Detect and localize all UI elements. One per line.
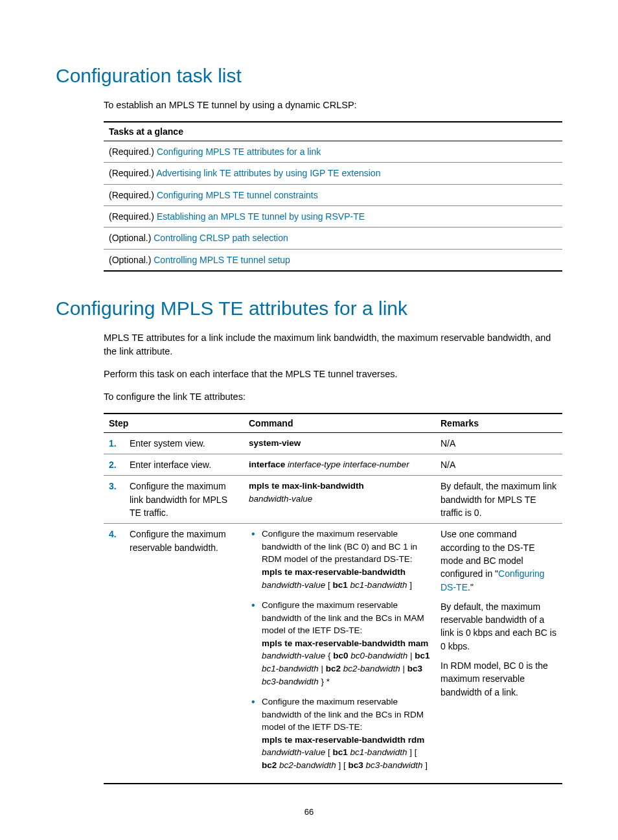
task-link[interactable]: Configuring MPLS TE attributes for a lin…	[157, 146, 321, 157]
table-row: (Required.) Advertising link TE attribut…	[104, 163, 562, 184]
task-link[interactable]: Configuring MPLS TE tunnel constraints	[157, 190, 318, 200]
heading-config-mpls-te: Configuring MPLS TE attributes for a lin…	[56, 298, 562, 320]
task-link[interactable]: Controlling CRLSP path selection	[154, 233, 288, 243]
step-num: 3.	[104, 476, 124, 524]
tasks-header: Tasks at a glance	[104, 122, 562, 141]
paragraph-2: MPLS TE attributes for a link include th…	[104, 331, 562, 358]
task-prefix: (Required.)	[109, 211, 157, 222]
table-row: 2. Enter interface view. interface inter…	[104, 454, 562, 476]
table-row: (Optional.) Controlling MPLS TE tunnel s…	[104, 249, 562, 271]
task-link[interactable]: Establishing an MPLS TE tunnel by using …	[157, 211, 365, 222]
step-desc: Enter interface view.	[124, 454, 244, 476]
step-table: Step Command Remarks 1. Enter system vie…	[104, 413, 562, 785]
step-cmd: Configure the maximum reservable bandwid…	[244, 524, 435, 784]
step-remarks: N/A	[435, 454, 562, 476]
step-desc: Enter system view.	[124, 432, 244, 454]
intro-paragraph-1: To establish an MPLS TE tunnel by using …	[104, 99, 562, 112]
cmd-bullet-2: Configure the maximum reservable bandwid…	[249, 599, 430, 688]
step-header-step: Step	[104, 414, 244, 433]
task-prefix: (Optional.)	[109, 233, 154, 243]
task-prefix: (Required.)	[109, 146, 157, 157]
step-cmd: mpls te max-link-bandwidthbandwidth-valu…	[244, 476, 435, 524]
step-desc: Configure the maximum link bandwidth for…	[124, 476, 244, 524]
step-desc: Configure the maximum reservable bandwid…	[124, 524, 244, 784]
task-link[interactable]: Controlling MPLS TE tunnel setup	[154, 255, 290, 265]
tasks-table: Tasks at a glance (Required.) Configurin…	[104, 121, 562, 272]
table-row: 3. Configure the maximum link bandwidth …	[104, 476, 562, 524]
step-header-remarks: Remarks	[435, 414, 562, 433]
step-remarks: By default, the maximum link bandwidth f…	[435, 476, 562, 524]
table-row: (Optional.) Controlling CRLSP path selec…	[104, 228, 562, 249]
table-row: 4. Configure the maximum reservable band…	[104, 524, 562, 784]
task-prefix: (Required.)	[109, 168, 156, 178]
table-row: (Required.) Establishing an MPLS TE tunn…	[104, 205, 562, 227]
step-remarks: N/A	[435, 432, 562, 454]
task-prefix: (Required.)	[109, 190, 157, 200]
paragraph-3: Perform this task on each interface that…	[104, 368, 562, 381]
step-remarks: Use one command according to the DS-TE m…	[435, 524, 562, 784]
step-header-command: Command	[244, 414, 435, 433]
table-row: 1. Enter system view. system-view N/A	[104, 432, 562, 454]
step-cmd: system-view	[244, 432, 435, 454]
task-prefix: (Optional.)	[109, 255, 154, 265]
paragraph-4: To configure the link TE attributes:	[104, 390, 562, 404]
step-num: 4.	[104, 524, 124, 784]
task-link[interactable]: Advertising link TE attributes by using …	[156, 168, 380, 178]
cmd-bullet-1: Configure the maximum reservable bandwid…	[249, 528, 430, 591]
page: Configuration task list To establish an …	[0, 0, 618, 840]
table-row: (Required.) Configuring MPLS TE tunnel c…	[104, 184, 562, 205]
page-number: 66	[0, 807, 618, 817]
table-row: (Required.) Configuring MPLS TE attribut…	[104, 141, 562, 163]
heading-config-task-list: Configuration task list	[56, 65, 562, 87]
cmd-bullet-3: Configure the maximum reservable bandwid…	[249, 695, 430, 771]
step-num: 2.	[104, 454, 124, 476]
step-num: 1.	[104, 432, 124, 454]
step-cmd: interface interface-type interface-numbe…	[244, 454, 435, 476]
